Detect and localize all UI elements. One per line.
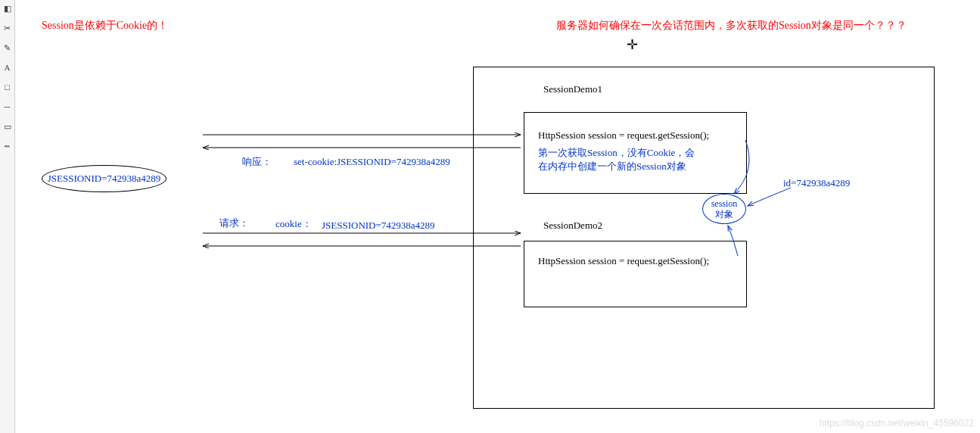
demo2-code: HttpSession session = request.getSession… <box>538 255 737 267</box>
demo1-note-line2: 在内存中创建一个新的Session对象 <box>538 160 686 172</box>
editor-toolbar: ◧ ✂ ✎ A □ ─ ▭ ┅ <box>0 0 15 433</box>
request-cookie-value: JSESSIONID=742938a4289 <box>322 220 435 232</box>
pencil-icon[interactable]: ✎ <box>2 42 13 53</box>
line-icon[interactable]: ─ <box>2 101 13 112</box>
session-object-ellipse: session 对象 <box>702 194 746 224</box>
crosshair-cursor-icon: ✛ <box>627 36 638 53</box>
eraser-icon[interactable]: ◧ <box>2 3 13 14</box>
demo2-title: SessionDemo2 <box>543 220 602 232</box>
request-cookie-label: cookie： <box>275 217 312 231</box>
client-cookie-ellipse: JSESSIONID=742938a4289 <box>42 165 166 192</box>
note-server-question: 服务器如何确保在一次会话范围内，多次获取的Session对象是同一个？？？ <box>556 19 907 33</box>
response-header: set-cookie:JSESSIONID=742938a4289 <box>294 156 450 168</box>
text-icon[interactable]: A <box>2 62 13 73</box>
select-icon[interactable]: □ <box>2 82 13 92</box>
dotted-icon[interactable]: ┅ <box>2 141 13 151</box>
demo1-note: 第一次获取Session，没有Cookie，会 在内存中创建一个新的Sessio… <box>538 146 737 173</box>
demo1-note-line1: 第一次获取Session，没有Cookie，会 <box>538 147 695 158</box>
demo1-code: HttpSession session = request.getSession… <box>538 129 737 142</box>
request-label: 请求： <box>219 216 249 230</box>
session-object-line1: session <box>711 198 738 209</box>
client-cookie-label: JSESSIONID=742938a4289 <box>48 173 161 185</box>
demo1-title: SessionDemo1 <box>543 83 602 95</box>
response-label: 响应： <box>242 155 272 169</box>
note-session-cookie: Session是依赖于Cookie的！ <box>42 19 168 33</box>
watermark: https://blog.csdn.net/weixin_45596022 <box>820 418 974 428</box>
crop-icon[interactable]: ✂ <box>2 23 13 33</box>
session-object-line2: 对象 <box>715 209 733 220</box>
rect-icon[interactable]: ▭ <box>2 121 13 132</box>
demo2-box: HttpSession session = request.getSession… <box>524 241 747 307</box>
demo1-box: HttpSession session = request.getSession… <box>524 112 747 194</box>
session-id-label: id=742938a4289 <box>783 177 850 189</box>
